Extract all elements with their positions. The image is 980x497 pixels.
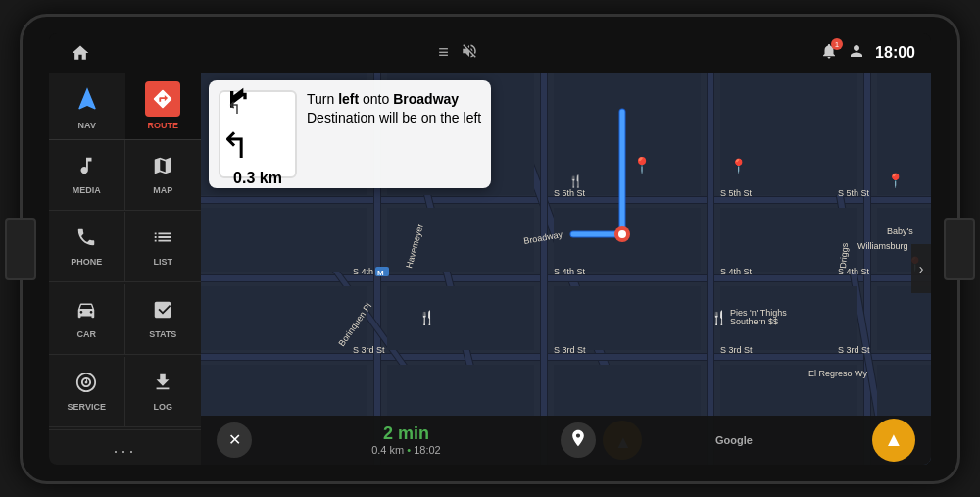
svg-rect-27 [720, 73, 858, 195]
mute-icon[interactable] [461, 42, 478, 64]
close-icon: ✕ [228, 430, 241, 449]
log-icon [152, 372, 173, 398]
route-button[interactable]: ROUTE [125, 73, 202, 139]
svg-text:S 4th St: S 4th St [554, 267, 586, 276]
nav-instruction-card: ↰ ↰ 0.3 km Turn left onto Broadway Desti… [209, 80, 491, 188]
svg-text:M: M [377, 269, 384, 277]
svg-text:Baby's: Baby's [887, 226, 913, 236]
svg-rect-29 [201, 208, 368, 272]
turn-street: Broadway [393, 91, 459, 107]
svg-text:S 3rd St: S 3rd St [838, 345, 870, 355]
eta-arrival: 18:02 [414, 444, 441, 456]
svg-text:📍: 📍 [632, 156, 652, 174]
sidebar-item-list[interactable]: LIST [125, 212, 202, 282]
svg-text:S 4th St: S 4th St [720, 267, 753, 276]
nav-arrow-icon [70, 81, 105, 117]
menu-icon[interactable]: ≡ [438, 42, 449, 63]
sidebar-item-phone[interactable]: PHONE [49, 212, 125, 282]
reroute-icon [568, 428, 588, 452]
nav-top-row: NAV ROUTE [49, 73, 201, 140]
svg-rect-36 [554, 286, 701, 350]
turn-distance: 0.3 km [233, 170, 282, 187]
bottom-bar: ✕ 2 min 0.4 km • 18:02 [201, 416, 931, 465]
route-label: ROUTE [148, 121, 179, 130]
nav-button[interactable]: NAV [49, 73, 125, 139]
status-bar: ≡ 1 18:00 [49, 33, 931, 73]
service-icon [75, 372, 97, 398]
service-label: SERVICE [68, 402, 106, 412]
svg-rect-38 [877, 286, 931, 350]
turn-arrow-icon: ↰ ↰ [220, 81, 295, 166]
svg-point-62 [618, 230, 626, 238]
map-area: S 5th St S 5th St S 5th St S 4th St S 4t… [201, 73, 931, 465]
media-icon [75, 155, 97, 181]
svg-text:📍: 📍 [730, 158, 748, 174]
svg-text:🍴: 🍴 [710, 310, 728, 326]
car-label: CAR [77, 329, 97, 339]
stats-icon [152, 299, 173, 325]
sidebar-item-car[interactable]: CAR [49, 284, 125, 355]
turn-instruction: Turn left onto Broadway Destination will… [307, 90, 481, 128]
notification-badge: 1 [831, 38, 843, 50]
compass-icon: ▲ [884, 428, 904, 451]
sidebar-item-media[interactable]: MEDIA [49, 140, 125, 211]
notification-icon[interactable]: 1 [820, 42, 838, 63]
car-icon [75, 299, 97, 325]
right-chevron-button[interactable]: › [911, 244, 931, 293]
sidebar-item-map[interactable]: MAP [125, 140, 202, 211]
svg-text:S 5th St: S 5th St [554, 188, 586, 198]
map-label: MAP [153, 185, 172, 195]
eta-info: 2 min 0.4 km • 18:02 [371, 423, 441, 456]
turn-onto: onto [359, 91, 393, 107]
chevron-right-icon: › [919, 261, 924, 276]
turn-icon-box: ↰ ↰ 0.3 km [219, 90, 297, 178]
eta-minutes: 2 min [383, 423, 429, 444]
main-content: NAV ROUTE [49, 73, 931, 465]
list-icon [152, 226, 173, 253]
more-label: ... [113, 437, 136, 458]
device-frame: ≡ 1 18:00 [20, 14, 960, 484]
svg-rect-35 [387, 286, 534, 350]
list-label: LIST [154, 257, 173, 267]
screen: ≡ 1 18:00 [49, 33, 931, 465]
google-logo: Google [715, 434, 753, 446]
turn-destination: Destination will be on the left [307, 110, 481, 125]
reroute-button[interactable] [561, 422, 596, 458]
time-display: 18:00 [875, 44, 915, 62]
compass-button[interactable]: ▲ [872, 419, 915, 462]
log-label: LOG [154, 402, 173, 412]
svg-text:Williamsburg: Williamsburg [858, 241, 908, 251]
sidebar-item-log[interactable]: LOG [125, 357, 202, 427]
nav-label: NAV [78, 121, 96, 130]
home-button[interactable] [65, 37, 96, 69]
svg-text:📍: 📍 [887, 173, 905, 189]
svg-text:🍴: 🍴 [568, 174, 583, 188]
svg-rect-32 [720, 208, 858, 272]
stats-label: STATS [149, 329, 176, 339]
menu-grid: MEDIA MAP [49, 140, 201, 429]
phone-label: PHONE [71, 257, 102, 267]
status-right: 1 18:00 [820, 42, 915, 63]
status-center: ≡ [438, 42, 478, 64]
svg-text:S 5th St: S 5th St [838, 188, 870, 198]
svg-text:El Regreso Wy: El Regreso Wy [808, 369, 867, 378]
svg-text:S 3rd St: S 3rd St [554, 345, 586, 355]
phone-icon [75, 226, 97, 253]
svg-text:Southern $$: Southern $$ [730, 317, 778, 326]
sidebar: NAV ROUTE [49, 73, 201, 465]
svg-rect-28 [877, 73, 931, 195]
close-button[interactable]: ✕ [217, 422, 252, 458]
turn-prefix: Turn [307, 91, 338, 107]
map-icon [152, 155, 173, 181]
turn-left-text: left [338, 91, 359, 107]
sidebar-item-service[interactable]: SERVICE [49, 357, 125, 427]
more-button[interactable]: ... [49, 429, 201, 465]
media-label: MEDIA [73, 185, 101, 195]
profile-icon[interactable] [848, 42, 865, 63]
eta-distance: 0.4 km [371, 444, 404, 456]
svg-text:🍴: 🍴 [418, 310, 436, 326]
eta-details: 0.4 km • 18:02 [371, 444, 441, 456]
svg-text:S 5th St: S 5th St [720, 188, 753, 198]
sidebar-item-stats[interactable]: STATS [125, 284, 202, 355]
status-left [65, 37, 96, 69]
